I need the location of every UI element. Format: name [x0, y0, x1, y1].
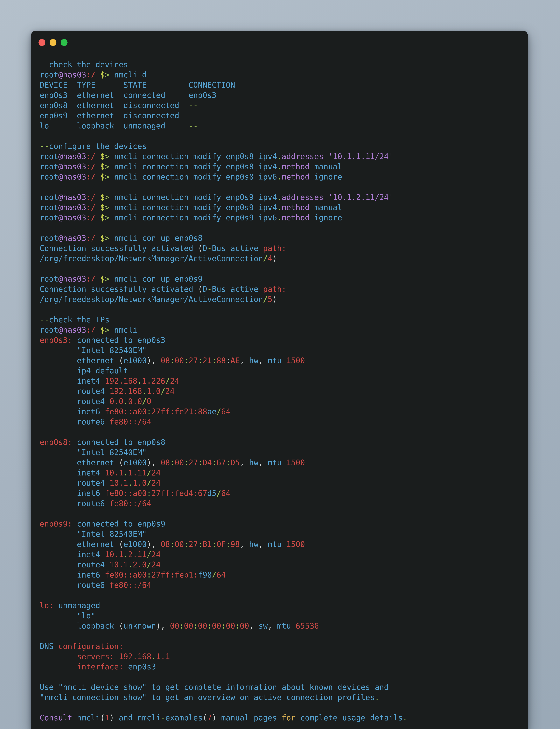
text-segment: $ [100, 70, 105, 79]
text-segment: @has03 [58, 275, 86, 283]
text-segment: D4 [203, 458, 212, 467]
text-segment: . [142, 387, 147, 395]
text-segment: manual [310, 162, 342, 171]
text-segment: 08 [161, 458, 170, 467]
minimize-button[interactable] [50, 39, 56, 46]
text-segment: $ [100, 275, 105, 283]
terminal-line: enp0s8: connected to enp0s8 [40, 437, 522, 447]
text-segment: @has03 [58, 193, 86, 202]
terminal-line [40, 631, 522, 641]
terminal-line: enp0s8 ethernet disconnected -- [40, 100, 522, 111]
text-segment: . [403, 713, 407, 722]
text-segment: 1.0 [147, 387, 161, 395]
text-segment: fe21 [175, 407, 193, 416]
terminal-line: --configure the devices [40, 141, 522, 151]
text-segment: / [161, 387, 165, 395]
text-segment: : [170, 570, 175, 579]
text-segment: method [282, 172, 309, 181]
text-segment: 27 [189, 356, 198, 365]
text-segment: ( [203, 713, 207, 722]
text-segment: , [240, 458, 249, 467]
text-segment: . [277, 172, 282, 181]
text-segment: f98 [198, 570, 212, 579]
text-segment: : [170, 407, 175, 416]
text-segment: / [165, 376, 170, 385]
text-segment: nmcli connection modify enp0s8 ipv4 [110, 152, 277, 161]
terminal-line: root@has03:/ $> nmcli connection modify … [40, 162, 522, 172]
terminal-line: enp0s3 ethernet connected enp0s3 [40, 90, 522, 100]
close-button[interactable] [39, 39, 45, 46]
text-segment: 1.1 [156, 652, 170, 661]
text-segment: examples [165, 713, 203, 722]
text-segment: , [240, 540, 249, 549]
text-segment: :/ [86, 172, 100, 181]
terminal-line: Connection successfully activated (D-Bus… [40, 284, 522, 294]
text-segment: 0.0 [110, 397, 124, 406]
text-segment: nmcli connection modify enp0s8 ipv6 [110, 172, 277, 181]
text-segment: : [193, 621, 198, 630]
text-segment: 21 [203, 356, 212, 365]
text-segment: enp0s3 [128, 662, 156, 671]
text-segment: / [147, 550, 151, 559]
terminal-line: "Intel 82540EM" [40, 345, 522, 356]
text-segment: . [277, 152, 282, 161]
text-segment: ), [147, 356, 161, 365]
text-segment: method [282, 203, 309, 212]
text-segment: / [147, 478, 151, 487]
text-segment: 00 [184, 621, 193, 630]
text-segment: manual pages [217, 713, 282, 722]
text-segment: , [258, 458, 268, 467]
text-segment: mtu [277, 621, 296, 630]
terminal-line: root@has03:/ $> nmcli [40, 325, 522, 335]
text-segment: , [258, 540, 268, 549]
text-segment: @has03 [58, 234, 86, 243]
text-segment: ( [100, 713, 105, 722]
text-segment: : [193, 489, 198, 498]
text-segment: fe80::/64 [110, 417, 151, 426]
text-segment: check the IPs [49, 315, 110, 324]
text-segment: - [207, 244, 212, 253]
text-segment: ), [147, 540, 161, 549]
text-segment: "Intel 82540EM" [40, 346, 147, 355]
terminal-line: inet4 10.1.1.11/24 [40, 468, 522, 478]
text-segment: root [40, 203, 58, 212]
terminal-line: Consult nmcli(1) and nmcli-examples(7) m… [40, 713, 522, 723]
text-segment: inet4 [40, 468, 105, 477]
text-segment: fe80::a00 [105, 489, 147, 498]
text-segment: Use "nmcli device show" to get complete … [40, 683, 389, 692]
text-segment: 4 [268, 254, 272, 263]
text-segment: / [212, 570, 217, 579]
text-segment: D [203, 244, 207, 253]
text-segment: nmcli connection modify enp0s9 ipv6 [110, 213, 277, 222]
terminal-line: "lo" [40, 611, 522, 621]
text-segment: 00 [226, 621, 235, 630]
text-segment: . [137, 376, 142, 385]
text-segment: 10.1 [110, 560, 128, 569]
terminal-line [40, 427, 522, 437]
terminal-line: /org/freedesktop/NetworkManager/ActiveCo… [40, 254, 522, 264]
text-segment: 67 [198, 489, 207, 498]
text-segment: : [212, 356, 217, 365]
text-segment: AE [230, 356, 240, 365]
text-segment: root [40, 275, 58, 283]
text-segment: ignore [310, 172, 342, 181]
text-segment: > [105, 203, 110, 212]
text-segment: > [105, 213, 110, 222]
text-segment: -- [189, 101, 198, 110]
text-segment: root [40, 70, 58, 79]
text-segment: ( [119, 356, 123, 365]
maximize-button[interactable] [61, 39, 68, 46]
text-segment: fe80::a00 [105, 407, 147, 416]
terminal-line: DNS configuration: [40, 641, 522, 651]
text-segment: enp0s3 ethernet connected enp0s3 [40, 91, 217, 100]
text-segment: root [40, 213, 58, 222]
text-segment: root [40, 172, 58, 181]
text-segment: feb1 [175, 570, 193, 579]
text-segment: fed4 [175, 489, 193, 498]
text-segment: / [142, 397, 147, 406]
text-segment: 00 [198, 621, 207, 630]
text-segment: - [207, 285, 212, 294]
text-segment: :/ [86, 234, 100, 243]
text-segment: 2.11 [128, 550, 147, 559]
text-segment: DNS [40, 642, 58, 651]
